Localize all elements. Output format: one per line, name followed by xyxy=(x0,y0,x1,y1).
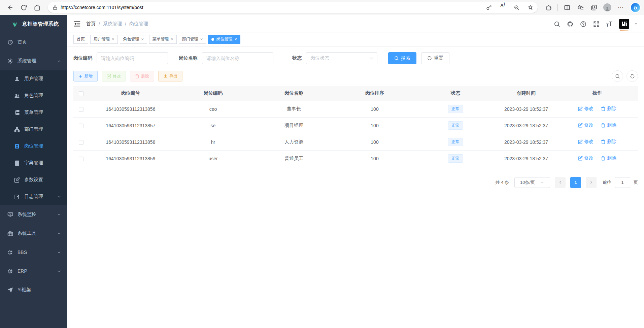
post-code-input[interactable] xyxy=(97,52,168,64)
page-number-current[interactable]: 1 xyxy=(570,177,581,188)
help-icon[interactable] xyxy=(580,21,586,27)
tab-role-mgmt[interactable]: 角色管理× xyxy=(120,35,147,44)
sidebar-item-label: BBS xyxy=(18,250,27,255)
sidebar-item-home[interactable]: 首页 xyxy=(0,33,67,52)
row-checkbox[interactable] xyxy=(79,124,83,128)
row-edit-button[interactable]: 修改 xyxy=(578,122,594,128)
zoom-out-button[interactable] xyxy=(511,3,522,12)
sidebar-item-post-mgmt[interactable]: 岗位管理 xyxy=(0,138,67,155)
row-delete-label: 删除 xyxy=(607,139,616,145)
reset-button[interactable]: 重置 xyxy=(421,52,449,64)
select-all-checkbox[interactable] xyxy=(79,91,83,96)
row-checkbox[interactable] xyxy=(79,157,83,161)
fold-sidebar-button[interactable] xyxy=(73,20,81,28)
table-row: 1641030593112313859 user 普通员工 100 正常 202… xyxy=(73,150,638,167)
chevron-up-icon xyxy=(57,59,61,63)
row-edit-button[interactable]: 修改 xyxy=(578,106,594,112)
sidebar-item-bbs[interactable]: BBS xyxy=(0,243,67,262)
user-avatar[interactable] xyxy=(619,19,629,29)
sidebar-item-label: 首页 xyxy=(18,39,27,45)
trash-icon xyxy=(601,123,606,128)
cell-created: 2023-03-29 18:52:37 xyxy=(496,150,556,167)
close-icon[interactable]: × xyxy=(171,37,173,41)
add-button[interactable]: 新增 xyxy=(73,71,98,81)
row-checkbox[interactable] xyxy=(79,107,83,112)
row-edit-button[interactable]: 修改 xyxy=(578,155,594,161)
post-name-input[interactable] xyxy=(202,52,273,64)
sidebar-item-system-tools[interactable]: 系统工具 xyxy=(0,224,67,243)
row-delete-button[interactable]: 删除 xyxy=(601,106,616,112)
sidebar-item-yi-framework[interactable]: Yi框架 xyxy=(0,281,67,299)
tab-label: 用户管理 xyxy=(94,36,110,42)
next-page-button[interactable] xyxy=(586,177,597,188)
paper-plane-icon xyxy=(7,287,13,293)
sidebar-item-system-mgmt[interactable]: 系统管理 xyxy=(0,52,67,70)
breadcrumb-separator: / xyxy=(125,21,126,27)
chevron-down-icon[interactable] xyxy=(634,22,638,26)
collections-button[interactable] xyxy=(588,2,600,13)
row-checkbox[interactable] xyxy=(79,140,83,145)
chevron-right-icon xyxy=(589,180,594,185)
sidebar-item-log-mgmt[interactable]: 日志管理 xyxy=(0,188,67,205)
close-icon[interactable]: × xyxy=(234,37,237,41)
tab-menu-mgmt[interactable]: 菜单管理× xyxy=(149,35,177,44)
sidebar-item-user-mgmt[interactable]: 用户管理 xyxy=(0,70,67,87)
tab-user-mgmt[interactable]: 用户管理× xyxy=(90,35,118,44)
fullscreen-icon[interactable] xyxy=(593,21,600,27)
extensions-button[interactable] xyxy=(542,2,554,13)
pagination-total: 共 4 条 xyxy=(496,179,509,186)
tab-dept-mgmt[interactable]: 部门管理× xyxy=(179,35,206,44)
users-icon xyxy=(14,93,20,99)
tab-post-mgmt[interactable]: 岗位管理× xyxy=(208,35,240,44)
page-size-select[interactable]: 10条/页 xyxy=(514,177,550,188)
close-icon[interactable]: × xyxy=(200,37,203,41)
font-size-button[interactable]: TT xyxy=(606,21,612,28)
refresh-table-button[interactable] xyxy=(626,70,638,82)
chevron-down-icon xyxy=(57,195,61,199)
back-button[interactable] xyxy=(4,2,16,13)
cell-post-code: se xyxy=(173,117,253,134)
split-screen-button[interactable] xyxy=(561,2,573,13)
close-icon[interactable]: × xyxy=(112,37,114,41)
cell-post-code: ceo xyxy=(173,101,253,117)
show-search-button[interactable] xyxy=(612,70,623,82)
sidebar-item-menu-mgmt[interactable]: 菜单管理 xyxy=(0,104,67,121)
refresh-button[interactable] xyxy=(18,2,30,13)
password-key-button[interactable] xyxy=(483,3,494,12)
profile-button[interactable] xyxy=(601,2,613,13)
edit-button[interactable]: 修改 xyxy=(102,71,126,81)
address-bar[interactable]: https://ccnetcore.com:1101/system/post T… xyxy=(48,2,538,13)
row-delete-button[interactable]: 删除 xyxy=(601,139,616,145)
sidebar-item-erp[interactable]: ERP xyxy=(0,262,67,281)
tab-home[interactable]: 首页 xyxy=(73,35,88,44)
row-edit-button[interactable]: 修改 xyxy=(578,139,594,145)
export-button[interactable]: 导出 xyxy=(158,71,182,81)
prev-page-button[interactable] xyxy=(555,177,566,188)
copilot-icon: b xyxy=(634,5,637,10)
delete-button[interactable]: 删除 xyxy=(130,71,154,81)
row-delete-button[interactable]: 删除 xyxy=(601,122,616,128)
close-icon[interactable]: × xyxy=(141,37,144,41)
sidebar-item-system-monitor[interactable]: 系统监控 xyxy=(0,205,67,224)
sidebar-item-param-settings[interactable]: 参数设置 xyxy=(0,171,67,188)
read-aloud-button[interactable]: T A) xyxy=(497,3,508,12)
home-button[interactable] xyxy=(31,2,43,13)
sidebar-item-dept-mgmt[interactable]: 部门管理 xyxy=(0,121,67,138)
add-favorite-button[interactable] xyxy=(525,3,536,12)
search-button[interactable]: 搜索 xyxy=(388,52,416,64)
github-icon[interactable] xyxy=(567,21,573,27)
copilot-button[interactable]: b xyxy=(631,3,640,12)
status-select[interactable]: 岗位状态 xyxy=(306,52,377,64)
search-icon[interactable] xyxy=(554,21,560,27)
sidebar-item-dict-mgmt[interactable]: 字典管理 xyxy=(0,155,67,171)
cell-created: 2023-03-29 18:52:37 xyxy=(496,134,556,150)
browser-menu-button[interactable]: ⋯ xyxy=(615,2,627,13)
delete-button-label: 删除 xyxy=(141,73,149,79)
sidebar-item-label: 用户管理 xyxy=(24,76,43,82)
post-code-label: 岗位编码 xyxy=(73,55,92,61)
favorites-button[interactable] xyxy=(574,2,586,13)
goto-page-input[interactable] xyxy=(615,177,630,188)
row-delete-button[interactable]: 删除 xyxy=(601,155,616,161)
sidebar-item-role-mgmt[interactable]: 角色管理 xyxy=(0,87,67,104)
breadcrumb-home[interactable]: 首页 xyxy=(86,21,96,27)
